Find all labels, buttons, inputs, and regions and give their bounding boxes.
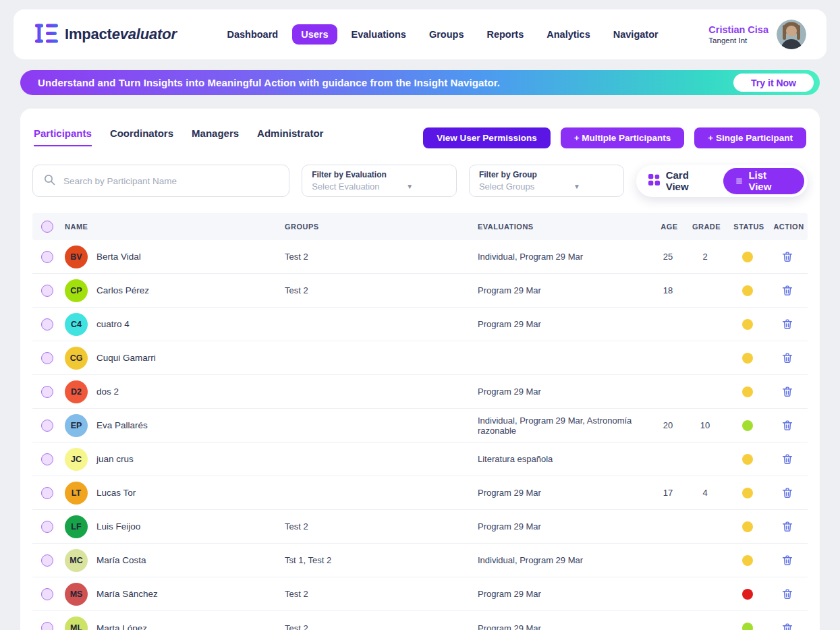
row-checkbox[interactable] (41, 420, 53, 432)
grade-cell (685, 590, 728, 598)
search-icon (44, 174, 55, 188)
age-cell: 17 (654, 484, 685, 502)
participant-avatar: LF (65, 515, 88, 538)
delete-icon[interactable] (781, 588, 793, 600)
delete-icon[interactable] (781, 318, 793, 331)
row-checkbox[interactable] (41, 588, 53, 600)
nav-item-analytics[interactable]: Analytics (538, 24, 598, 45)
delete-icon[interactable] (781, 554, 793, 567)
add-single-participant-button[interactable]: + Single Participant (694, 127, 806, 148)
view-user-permissions-button[interactable]: View User Permissions (423, 127, 550, 148)
participant-avatar: MC (65, 549, 88, 572)
user-menu[interactable]: Cristian Cisa Tangent Int (708, 20, 806, 49)
age-cell: 25 (654, 248, 685, 266)
delete-icon[interactable] (781, 284, 793, 297)
col-action: ACTION (770, 223, 808, 231)
table-row: BV Berta Vidal Test 2 Individual, Progra… (32, 240, 808, 274)
grade-cell (685, 287, 728, 295)
col-status: STATUS (728, 223, 770, 231)
nav-item-users[interactable]: Users (292, 24, 337, 45)
grade-cell: 10 (685, 416, 728, 434)
nav-item-groups[interactable]: Groups (420, 24, 473, 45)
groups-cell: Test 2 (285, 517, 478, 536)
participant-name: Cuqui Gamarri (96, 353, 156, 363)
table-row: ML Marta López Test 2 Program 29 Mar (32, 611, 808, 630)
groups-cell (285, 422, 478, 430)
row-checkbox[interactable] (41, 386, 53, 398)
col-evaluations: EVALUATIONS (478, 223, 654, 231)
try-it-now-button[interactable]: Try it Now (733, 74, 814, 92)
participant-name: cuatro 4 (96, 319, 130, 329)
card-grid-icon (648, 174, 660, 188)
status-dot (742, 488, 753, 498)
nav-item-navigator[interactable]: Navigator (605, 24, 667, 45)
age-cell (654, 388, 685, 396)
status-dot (742, 386, 753, 397)
row-checkbox[interactable] (41, 285, 53, 297)
evaluations-cell: Program 29 Mar (478, 585, 654, 603)
tab-managers[interactable]: Managers (192, 127, 239, 146)
users-panel: Participants Coordinators Managers Admin… (20, 109, 820, 630)
col-groups: GROUPS (285, 223, 478, 231)
status-dot (742, 521, 753, 532)
col-grade: GRADE (685, 223, 728, 231)
list-view-button[interactable]: ≡ List View (723, 168, 804, 194)
card-view-button[interactable]: Card View (648, 169, 714, 192)
status-dot (742, 353, 753, 364)
app-logo[interactable]: Impactevaluator (35, 24, 177, 46)
status-dot (742, 454, 753, 465)
age-cell (654, 320, 685, 328)
row-checkbox[interactable] (41, 352, 53, 364)
top-bar: Impactevaluator Dashboard Users Evaluati… (13, 9, 827, 59)
nav-item-reports[interactable]: Reports (478, 24, 532, 45)
delete-icon[interactable] (781, 486, 793, 499)
select-all-checkbox[interactable] (41, 221, 53, 233)
evaluations-cell: Individual, Program 29 Mar (478, 248, 654, 266)
add-multiple-participants-button[interactable]: + Multiple Participants (561, 127, 685, 148)
group-filter[interactable]: Filter by Group Select Groups ▼ (469, 165, 624, 197)
groups-cell (285, 489, 478, 497)
participant-avatar: LT (65, 482, 88, 505)
evaluations-cell: Program 29 Mar (478, 517, 654, 536)
delete-icon[interactable] (781, 351, 793, 364)
delete-icon[interactable] (781, 419, 793, 432)
participant-avatar: CG (65, 347, 88, 370)
row-checkbox[interactable] (41, 622, 53, 630)
row-checkbox[interactable] (41, 487, 53, 499)
grade-cell (685, 624, 728, 630)
user-avatar[interactable] (777, 20, 806, 49)
evaluation-filter[interactable]: Filter by Evaluation Select Evaluation ▼ (302, 165, 457, 197)
table-header: NAME GROUPS EVALUATIONS AGE GRADE STATUS… (32, 213, 808, 240)
participant-name: María Sánchez (96, 589, 158, 599)
row-checkbox[interactable] (41, 521, 53, 533)
table-row: CG Cuqui Gamarri (32, 341, 808, 375)
delete-icon[interactable] (781, 453, 793, 465)
nav-item-dashboard[interactable]: Dashboard (218, 24, 287, 45)
delete-icon[interactable] (781, 385, 793, 398)
row-checkbox[interactable] (41, 251, 53, 263)
delete-icon[interactable] (781, 250, 793, 263)
status-dot (742, 420, 753, 431)
table-row: MC María Costa Tst 1, Test 2 Individual,… (32, 544, 808, 577)
table-row: MS María Sánchez Test 2 Program 29 Mar (32, 577, 808, 611)
participant-name: Marta López (96, 623, 147, 630)
grade-cell: 4 (685, 484, 728, 502)
search-input[interactable] (63, 176, 278, 186)
delete-icon[interactable] (781, 520, 793, 533)
groups-cell (285, 320, 478, 328)
grade-cell (685, 388, 728, 396)
user-name: Cristian Cisa (708, 24, 768, 35)
tab-participants[interactable]: Participants (34, 127, 92, 146)
row-checkbox[interactable] (41, 453, 53, 465)
grade-cell: 2 (685, 248, 728, 266)
delete-icon[interactable] (781, 622, 793, 630)
nav-item-evaluations[interactable]: Evaluations (343, 24, 415, 45)
table-row: D2 dos 2 Program 29 Mar (32, 375, 808, 409)
row-checkbox[interactable] (41, 554, 53, 567)
status-dot (742, 252, 753, 262)
tab-administrator[interactable]: Administrator (257, 127, 323, 146)
search-box (32, 165, 289, 197)
row-checkbox[interactable] (41, 318, 53, 331)
tab-coordinators[interactable]: Coordinators (110, 127, 173, 146)
evaluations-cell: Program 29 Mar (478, 315, 654, 333)
